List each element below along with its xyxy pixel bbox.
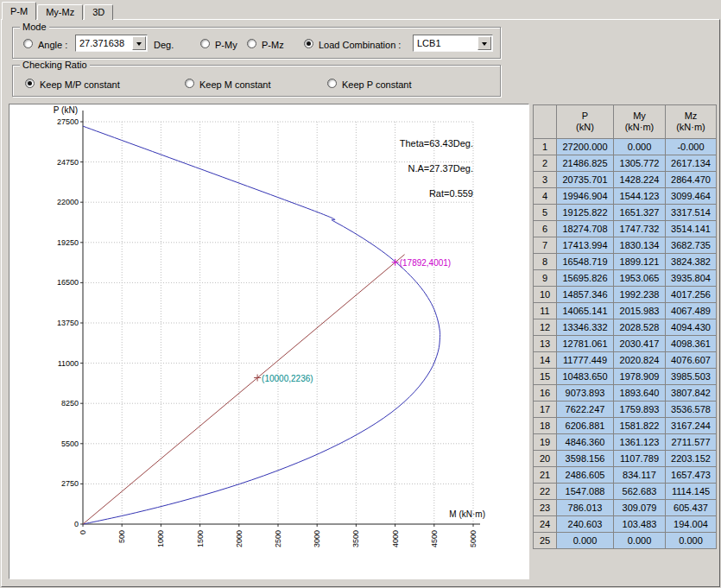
cell-mz[interactable]: 2617.134 (666, 155, 717, 172)
cell-p[interactable]: 0.000 (557, 533, 614, 549)
row-number-cell[interactable]: 13 (534, 336, 557, 352)
row-number-cell[interactable]: 25 (534, 533, 557, 549)
cell-mz[interactable]: 605.437 (666, 500, 717, 516)
cell-mz[interactable]: 2203.152 (666, 451, 717, 467)
angle-combobox[interactable]: 27.371638 (75, 35, 148, 52)
cell-p[interactable]: 14065.141 (557, 303, 614, 319)
cell-mz[interactable]: 2864.470 (666, 172, 717, 188)
cell-mz[interactable]: 194.004 (666, 516, 717, 533)
row-number-cell[interactable]: 14 (534, 352, 557, 369)
cell-mz[interactable]: 3935.804 (666, 270, 717, 287)
row-number-cell[interactable]: 23 (534, 500, 557, 516)
row-number-cell[interactable]: 9 (534, 270, 557, 287)
row-number-cell[interactable]: 18 (534, 418, 557, 434)
keep-mp-constant-label[interactable]: Keep M/P constant (40, 79, 120, 90)
cell-my[interactable]: 2028.528 (614, 319, 666, 336)
keep-p-constant-radio[interactable] (327, 79, 337, 88)
cell-mz[interactable]: 3536.578 (666, 401, 717, 418)
p-my-radio-label[interactable]: P-My (215, 40, 237, 50)
cell-my[interactable]: 2020.824 (614, 352, 666, 369)
cell-my[interactable]: 1759.893 (614, 401, 666, 418)
cell-p[interactable]: 20735.701 (557, 172, 614, 188)
cell-mz[interactable]: 3682.735 (666, 237, 717, 254)
cell-my[interactable]: 1992.238 (614, 287, 666, 303)
cell-p[interactable]: 19946.904 (557, 188, 614, 205)
angle-radio-label[interactable]: Angle : (38, 40, 67, 50)
load-combination-combobox[interactable]: LCB1 (413, 35, 493, 52)
cell-my[interactable]: 1747.732 (614, 221, 666, 237)
row-number-cell[interactable]: 2 (534, 155, 557, 172)
cell-p[interactable]: 10483.650 (557, 369, 614, 385)
cell-mz[interactable]: 4076.607 (666, 352, 717, 369)
row-number-cell[interactable]: 21 (534, 467, 557, 484)
cell-p[interactable]: 786.013 (557, 500, 614, 516)
cell-my[interactable]: 1428.224 (614, 172, 666, 188)
cell-my[interactable]: 834.117 (614, 467, 666, 484)
cell-mz[interactable]: 3514.141 (666, 221, 717, 237)
row-number-cell[interactable]: 20 (534, 451, 557, 467)
cell-my[interactable]: 2015.983 (614, 303, 666, 319)
tab-3d[interactable]: 3D (84, 4, 113, 20)
cell-my[interactable]: 0.000 (614, 533, 666, 549)
cell-p[interactable]: 19125.822 (557, 205, 614, 221)
keep-m-constant-label[interactable]: Keep M constant (199, 79, 271, 90)
cell-my[interactable]: 1107.789 (614, 451, 666, 467)
cell-mz[interactable]: 3824.382 (666, 254, 717, 270)
cell-p[interactable]: 17413.994 (557, 237, 614, 254)
cell-my[interactable]: 1899.121 (614, 254, 666, 270)
cell-mz[interactable]: 2711.577 (666, 434, 717, 451)
cell-mz[interactable]: -0.000 (666, 139, 717, 155)
row-number-cell[interactable]: 10 (534, 287, 557, 303)
cell-p[interactable]: 7622.247 (557, 401, 614, 418)
cell-p[interactable]: 3598.156 (557, 451, 614, 467)
row-number-cell[interactable]: 17 (534, 401, 557, 418)
cell-p[interactable]: 240.603 (557, 516, 614, 533)
cell-p[interactable]: 11777.449 (557, 352, 614, 369)
cell-my[interactable]: 309.079 (614, 500, 666, 516)
cell-p[interactable]: 18274.708 (557, 221, 614, 237)
cell-my[interactable]: 1305.772 (614, 155, 666, 172)
cell-p[interactable]: 4846.360 (557, 434, 614, 451)
row-number-cell[interactable]: 3 (534, 172, 557, 188)
row-number-cell[interactable]: 24 (534, 516, 557, 533)
cell-mz[interactable]: 4094.430 (666, 319, 717, 336)
cell-mz[interactable]: 4017.256 (666, 287, 717, 303)
cell-my[interactable]: 1651.327 (614, 205, 666, 221)
cell-p[interactable]: 27200.000 (557, 139, 614, 155)
row-number-cell[interactable]: 4 (534, 188, 557, 205)
cell-mz[interactable]: 4067.489 (666, 303, 717, 319)
keep-m-constant-radio[interactable] (185, 79, 194, 88)
cell-mz[interactable]: 0.000 (666, 533, 717, 549)
cell-mz[interactable]: 3317.514 (666, 205, 717, 221)
cell-my[interactable]: 103.483 (614, 516, 666, 533)
keep-p-constant-label[interactable]: Keep P constant (342, 79, 412, 90)
keep-mp-constant-radio[interactable] (25, 79, 35, 88)
tab-p-m[interactable]: P-M (2, 2, 36, 20)
cell-p[interactable]: 6206.881 (557, 418, 614, 434)
load-combination-dropdown-icon[interactable] (478, 36, 491, 50)
cell-mz[interactable]: 3985.503 (666, 369, 717, 385)
cell-my[interactable]: 1830.134 (614, 237, 666, 254)
cell-my[interactable]: 562.683 (614, 484, 666, 500)
cell-mz[interactable]: 1114.145 (666, 484, 717, 500)
cell-p[interactable]: 14857.346 (557, 287, 614, 303)
tab-my-mz[interactable]: My-Mz (37, 4, 83, 20)
row-number-cell[interactable]: 22 (534, 484, 557, 500)
cell-p[interactable]: 15695.826 (557, 270, 614, 287)
p-my-radio[interactable] (200, 39, 210, 48)
p-mz-radio[interactable] (247, 39, 256, 48)
row-number-cell[interactable]: 12 (534, 319, 557, 336)
row-number-cell[interactable]: 11 (534, 303, 557, 319)
cell-my[interactable]: 0.000 (614, 139, 666, 155)
cell-my[interactable]: 2030.417 (614, 336, 666, 352)
angle-combobox-dropdown-icon[interactable] (132, 36, 146, 50)
load-combination-radio-label[interactable]: Load Combination : (319, 40, 401, 50)
row-number-cell[interactable]: 16 (534, 385, 557, 401)
cell-p[interactable]: 12781.061 (557, 336, 614, 352)
cell-my[interactable]: 1953.065 (614, 270, 666, 287)
cell-my[interactable]: 1893.640 (614, 385, 666, 401)
row-number-cell[interactable]: 7 (534, 237, 557, 254)
cell-mz[interactable]: 3807.842 (666, 385, 717, 401)
cell-my[interactable]: 1361.123 (614, 434, 666, 451)
cell-mz[interactable]: 3099.464 (666, 188, 717, 205)
